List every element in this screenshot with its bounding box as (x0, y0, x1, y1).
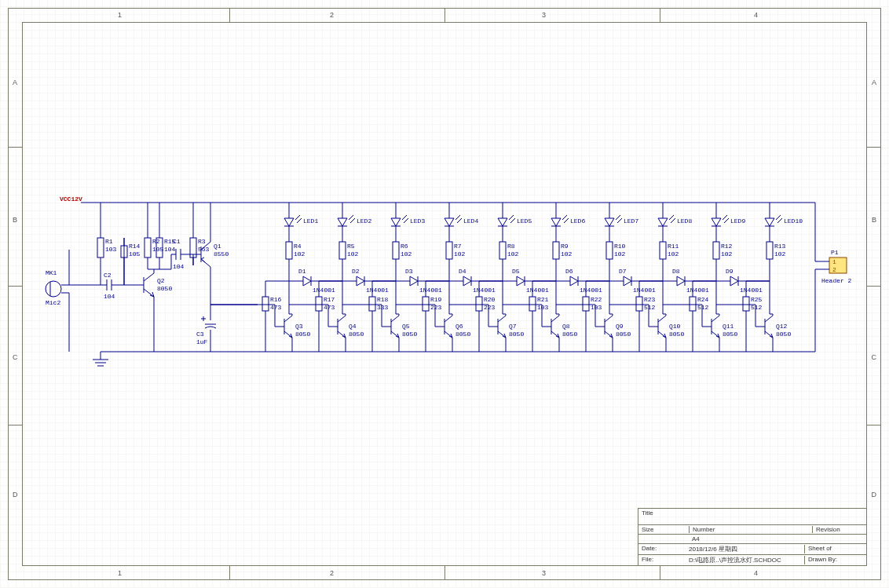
svg-text:1N4001: 1N4001 (366, 287, 389, 294)
svg-line-380 (777, 218, 782, 223)
svg-line-149 (404, 218, 408, 223)
grid-row: C (13, 353, 18, 361)
svg-text:1N4001: 1N4001 (419, 287, 442, 294)
svg-text:P1: P1 (831, 249, 839, 256)
grid-tick (867, 286, 881, 287)
svg-rect-15 (97, 238, 104, 257)
svg-text:102: 102 (668, 250, 679, 257)
grid-tick (867, 147, 881, 148)
svg-text:Mic2: Mic2 (46, 299, 60, 306)
svg-text:8050: 8050 (455, 331, 470, 338)
svg-text:103: 103 (105, 246, 117, 253)
svg-text:Q6: Q6 (455, 323, 463, 330)
svg-text:1uF: 1uF (196, 338, 208, 345)
svg-text:LED4: LED4 (463, 217, 478, 225)
svg-line-236 (498, 316, 506, 322)
svg-rect-350 (713, 242, 719, 259)
svg-text:102: 102 (347, 250, 359, 257)
svg-text:105: 105 (129, 250, 141, 257)
svg-text:R21: R21 (537, 296, 549, 303)
svg-text:R14: R14 (129, 243, 141, 250)
grid-row: B (872, 216, 876, 224)
svg-text:Q5: Q5 (402, 323, 410, 330)
svg-text:MK1: MK1 (46, 269, 57, 276)
svg-rect-129 (316, 297, 322, 311)
svg-text:D3: D3 (405, 268, 413, 275)
svg-text:102: 102 (507, 250, 519, 257)
svg-line-280 (616, 215, 620, 220)
svg-text:1N4001: 1N4001 (633, 287, 656, 294)
svg-text:Q4: Q4 (349, 323, 357, 330)
svg-text:1N4001: 1N4001 (686, 287, 709, 294)
svg-text:Q12: Q12 (776, 323, 788, 330)
svg-text:1N4001: 1N4001 (313, 287, 335, 294)
grid-tick (229, 8, 230, 22)
svg-line-182 (457, 218, 462, 223)
stage-LED1: LED1R4102D11N4001R16473Q38050 (210, 203, 342, 352)
svg-text:R8: R8 (507, 243, 515, 250)
svg-text:R11: R11 (668, 243, 679, 250)
svg-rect-284 (606, 242, 613, 259)
svg-line-247 (562, 215, 567, 220)
component-R15: R15 104 (156, 203, 176, 269)
svg-text:8050: 8050 (723, 331, 737, 338)
svg-text:D9: D9 (726, 268, 734, 275)
svg-text:D5: D5 (512, 268, 520, 275)
svg-line-82 (295, 215, 300, 220)
svg-text:102: 102 (614, 250, 626, 257)
svg-text:R16: R16 (270, 296, 282, 303)
grid-col: 3 (542, 569, 546, 577)
svg-line-379 (776, 215, 781, 220)
component-mic: MK1 Mic2 (46, 250, 69, 352)
svg-line-281 (617, 218, 622, 223)
svg-text:LED8: LED8 (677, 217, 692, 225)
svg-text:R5: R5 (347, 243, 355, 250)
svg-text:R23: R23 (644, 296, 656, 303)
component-C2: C2 104 (69, 272, 124, 300)
svg-text:R19: R19 (430, 296, 442, 303)
svg-line-83 (297, 218, 302, 223)
svg-text:2: 2 (832, 266, 836, 273)
grid-col: 1 (118, 11, 122, 19)
svg-line-347 (724, 218, 729, 223)
svg-text:8050: 8050 (776, 331, 791, 338)
svg-line-203 (444, 316, 452, 322)
svg-text:R13: R13 (774, 243, 786, 250)
svg-text:R3: R3 (198, 238, 206, 245)
svg-line-43 (144, 273, 154, 281)
svg-line-314 (671, 218, 675, 223)
component-P1: 1 2 P1 Header 2 (815, 203, 852, 352)
svg-text:R20: R20 (484, 296, 496, 303)
svg-line-104 (284, 316, 292, 322)
svg-rect-261 (529, 297, 536, 311)
svg-text:Q1: Q1 (214, 243, 221, 250)
schematic-sheet: 1 2 3 4 1 2 3 4 A B C D A B C D VCC12V (0, 0, 889, 588)
svg-text:8050: 8050 (509, 331, 524, 338)
svg-text:LED9: LED9 (730, 217, 745, 225)
svg-rect-218 (499, 242, 506, 259)
revision-label: Revision (812, 526, 863, 533)
svg-rect-185 (446, 242, 452, 259)
title-label: Title (642, 509, 689, 524)
component-C3: C3 1uF (196, 267, 216, 352)
grid-tick (8, 286, 22, 287)
svg-rect-327 (636, 297, 642, 311)
svg-line-368 (712, 316, 719, 322)
svg-line-181 (455, 215, 460, 220)
svg-text:8050: 8050 (562, 331, 577, 338)
svg-text:D4: D4 (459, 268, 466, 275)
svg-text:102: 102 (401, 250, 412, 257)
svg-text:102: 102 (454, 250, 466, 257)
grid-col: 2 (330, 569, 334, 577)
svg-text:D2: D2 (352, 268, 360, 275)
svg-line-116 (350, 218, 355, 223)
svg-text:1: 1 (832, 258, 836, 265)
net-vcc: VCC12V (60, 195, 82, 203)
file-label: File: (642, 556, 689, 564)
grid-tick (444, 8, 445, 22)
svg-rect-32 (145, 238, 151, 257)
svg-text:104: 104 (104, 293, 115, 300)
led-stages: LED1R4102D11N4001R16473Q38050LED2R5102D2… (210, 203, 803, 352)
svg-text:8050: 8050 (616, 331, 631, 338)
svg-text:Q10: Q10 (669, 323, 681, 330)
